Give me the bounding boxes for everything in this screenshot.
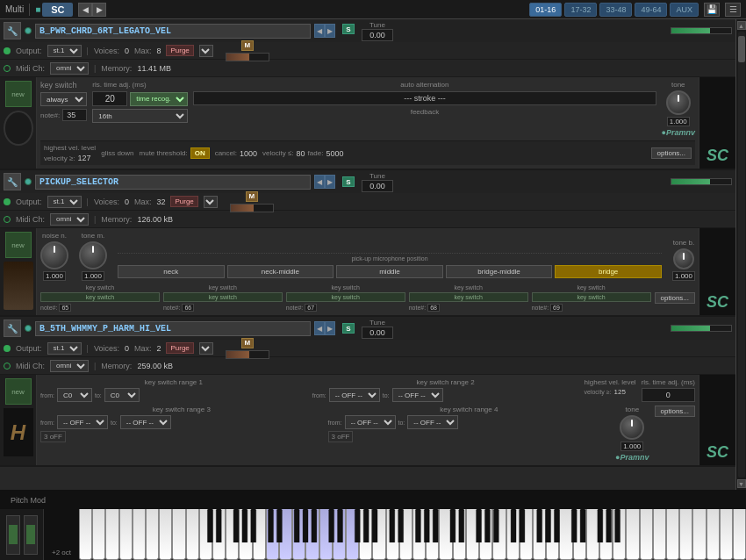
wk-34[interactable] [520, 509, 533, 560]
inst3-ks-r2-from[interactable]: -- OFF -- [329, 388, 380, 402]
inst2-knob-n[interactable] [40, 241, 68, 269]
wk-15[interactable] [266, 509, 279, 560]
wk-6[interactable] [146, 509, 159, 560]
wk-38[interactable] [573, 509, 586, 560]
wk-35[interactable] [533, 509, 546, 560]
inst2-m-btn[interactable]: M [246, 191, 258, 202]
inst3-ks-r4-to[interactable]: -- OFF -- [407, 415, 458, 429]
wk-46[interactable] [679, 509, 692, 560]
wk-44[interactable] [653, 509, 666, 560]
wk-18[interactable] [305, 509, 319, 560]
range-01-16[interactable]: 01-16 [529, 3, 562, 17]
inst3-output-select[interactable]: st.1 [47, 342, 82, 355]
inst2-ks5-btn[interactable]: key switch [532, 292, 651, 302]
inst3-new-btn[interactable]: new [5, 378, 32, 405]
wk-42[interactable] [626, 509, 639, 560]
wk-8[interactable] [172, 509, 185, 560]
inst1-always-select[interactable]: always [40, 92, 87, 106]
range-17-32[interactable]: 17-32 [564, 3, 597, 17]
inst2-pickup-middle[interactable]: middle [336, 265, 443, 278]
inst2-purge-select[interactable]: ▼ [204, 196, 218, 208]
inst1-16th-select[interactable]: 16th [92, 109, 188, 123]
inst3-purge-select[interactable]: ▼ [199, 342, 213, 355]
wk-50[interactable] [733, 509, 746, 560]
wk-26[interactable] [412, 509, 426, 560]
inst2-ks1-btn[interactable]: key switch [40, 292, 160, 302]
inst1-note-val[interactable]: 35 [62, 109, 87, 121]
inst1-tone-knob[interactable] [666, 90, 691, 115]
inst2-pickup-bridge-middle[interactable]: bridge-middle [446, 265, 553, 278]
inst3-m-btn[interactable]: M [241, 338, 254, 348]
inst2-tune-value[interactable]: 0.00 [362, 180, 393, 192]
inst3-options-btn[interactable]: options... [655, 406, 695, 417]
wk-49[interactable] [720, 509, 733, 560]
inst3-ks-r3-from[interactable]: -- OFF -- [57, 415, 108, 429]
wk-45[interactable] [666, 509, 679, 560]
wk-14[interactable] [253, 509, 266, 560]
wk-31[interactable] [479, 509, 492, 560]
inst2-new-btn[interactable]: new [5, 232, 32, 258]
wk-40[interactable] [599, 509, 613, 560]
inst1-new-btn[interactable]: new [5, 81, 32, 107]
inst2-output-select[interactable]: st.1 [47, 196, 82, 208]
inst2-pickup-bridge[interactable]: bridge [555, 265, 662, 278]
wk-2[interactable] [92, 509, 105, 560]
inst1-rls-val[interactable]: 20 [92, 91, 127, 106]
inst3-tool-icon[interactable]: 🔧 [4, 319, 21, 337]
wk-17[interactable] [292, 509, 305, 560]
inst3-purge-btn[interactable]: Purge [166, 342, 193, 354]
inst1-purge-btn[interactable]: Purge [166, 45, 193, 56]
wk-11[interactable] [212, 509, 226, 560]
pitch-strip[interactable] [6, 515, 20, 555]
inst3-nav-right[interactable]: ▶ [325, 321, 335, 335]
wk-24[interactable] [386, 509, 399, 560]
inst3-ks-r1-to[interactable]: C0 [104, 388, 140, 402]
inst1-midi-select[interactable]: omni [50, 62, 89, 75]
wk-22[interactable] [359, 509, 372, 560]
inst2-purge-btn[interactable]: Purge [170, 196, 197, 207]
inst2-nav-left[interactable]: ◀ [314, 175, 325, 189]
nav-left-btn[interactable]: ◀ [78, 3, 92, 17]
inst2-s-btn[interactable]: S [342, 176, 355, 187]
inst1-tune-value[interactable]: 0.00 [362, 29, 393, 41]
inst2-pickup-neck[interactable]: neck [118, 265, 225, 278]
inst3-s-btn[interactable]: S [342, 323, 355, 334]
inst1-time-recog-select[interactable]: time recog. [130, 92, 188, 106]
piano-keys-area[interactable] [79, 509, 746, 560]
inst3-ks-r1-from[interactable]: C0 [57, 388, 92, 402]
wk-27[interactable] [426, 509, 439, 560]
wk-25[interactable] [399, 509, 412, 560]
inst2-ks3-btn[interactable]: key switch [286, 292, 405, 302]
scroll-track[interactable] [738, 32, 745, 477]
wk-39[interactable] [586, 509, 599, 560]
inst2-knob-m[interactable] [79, 241, 107, 269]
wk-21[interactable] [346, 509, 359, 560]
scroll-up-btn[interactable]: ▲ [737, 21, 746, 30]
inst2-knob-b[interactable] [673, 248, 694, 269]
inst3-ks-r2-to[interactable]: -- OFF -- [392, 388, 443, 402]
wk-48[interactable] [707, 509, 720, 560]
inst3-tune-value[interactable]: 0.00 [362, 327, 393, 339]
wk-1[interactable] [79, 509, 92, 560]
range-33-48[interactable]: 33-48 [599, 3, 632, 17]
inst2-pickup-neck-middle[interactable]: neck-middle [227, 265, 334, 278]
wk-13[interactable] [239, 509, 252, 560]
wk-23[interactable] [372, 509, 385, 560]
inst1-tool-icon[interactable]: 🔧 [4, 22, 21, 39]
wk-28[interactable] [439, 509, 452, 560]
wk-4[interactable] [119, 509, 133, 560]
inst2-midi-select[interactable]: omni [50, 213, 89, 226]
inst2-options-btn[interactable]: options... [655, 292, 695, 304]
wk-36[interactable] [546, 509, 559, 560]
inst3-tone-knob[interactable] [620, 415, 644, 440]
inst1-purge-select[interactable]: ▼ [199, 45, 213, 57]
inst2-ks4-btn[interactable]: key switch [409, 292, 528, 302]
inst1-nav-right[interactable]: ▶ [325, 24, 335, 38]
mod-strip[interactable] [24, 515, 38, 555]
inst1-s-btn[interactable]: S [342, 24, 355, 34]
inst1-nav-left[interactable]: ◀ [314, 24, 325, 38]
wk-30[interactable] [466, 509, 479, 560]
wk-10[interactable] [199, 509, 212, 560]
inst3-midi-select[interactable]: omni [50, 360, 89, 372]
wk-41[interactable] [613, 509, 626, 560]
